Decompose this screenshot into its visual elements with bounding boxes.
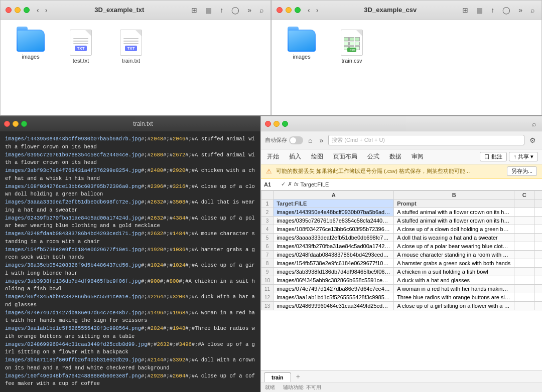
- cell-d[interactable]: [534, 234, 542, 242]
- cell-file[interactable]: images/074e7497d1427dba86e97d64c7ce48b7.…: [274, 285, 394, 293]
- table-row[interactable]: 8images/154fb5738e2e9fc6184e0629677f10e1…: [261, 259, 543, 268]
- cell-c[interactable]: [514, 293, 534, 302]
- table-row[interactable]: 6images/02439fb270fba31ae84c5ad00a17424d…: [261, 242, 543, 251]
- col-header-D[interactable]: D: [534, 191, 542, 200]
- cell-file[interactable]: images/3ab3938fd136db7d4df98465fbc9f06f.…: [274, 268, 394, 276]
- file-item-images-right[interactable]: images: [282, 30, 322, 64]
- sort-icon-left[interactable]: ▦: [203, 5, 214, 15]
- more-icon-right[interactable]: »: [516, 5, 524, 15]
- header-file[interactable]: Target:FILE: [274, 200, 394, 208]
- ss-minimize-button[interactable]: [274, 121, 280, 127]
- ribbon-review[interactable]: 审阅: [410, 151, 426, 162]
- cell-d[interactable]: [534, 293, 542, 302]
- header-prompt[interactable]: Prompt: [394, 200, 514, 208]
- table-row[interactable]: 13images/0248699960464c31caa3449fd25cdb8…: [261, 302, 543, 310]
- cell-c[interactable]: [514, 208, 534, 217]
- cell-file[interactable]: images/0248fdaab084383786b4bd4293ced171.…: [274, 251, 394, 259]
- cell-prompt[interactable]: A hamster grabs a green sock with both h…: [394, 259, 514, 268]
- ss-search-icon[interactable]: ⌕: [530, 119, 538, 129]
- cell-d[interactable]: [534, 217, 542, 225]
- table-row[interactable]: 5images/3aaaa333deaf2efb51dbe0db698fc72e…: [261, 234, 543, 242]
- ribbon-draw[interactable]: 绘图: [309, 151, 325, 162]
- cell-prompt[interactable]: A close up of a girl sitting on a flower…: [394, 302, 514, 310]
- cell-c[interactable]: [514, 302, 534, 310]
- cell-prompt[interactable]: A duck with a hat and glasses: [394, 276, 514, 285]
- back-button-left[interactable]: ‹: [35, 5, 41, 15]
- view-icon-left[interactable]: ⊞: [189, 5, 199, 15]
- editor-content[interactable]: images/1443950e4a48bcff0930b07ba5b6ad7b.…: [0, 131, 260, 392]
- cell-d[interactable]: [534, 251, 542, 259]
- cell-c[interactable]: [514, 268, 534, 276]
- col-header-A[interactable]: A: [274, 191, 394, 200]
- more-icon-left[interactable]: »: [245, 5, 253, 15]
- cell-c[interactable]: [514, 242, 534, 251]
- cell-file[interactable]: images/108f034276ce13bb6c603f95b72396a0.…: [274, 225, 394, 234]
- table-row[interactable]: 9images/3ab3938fd136db7d4df98465fbc9f06f…: [261, 268, 543, 276]
- ribbon-share-btn[interactable]: ↑ 共享 ▾: [509, 152, 538, 161]
- cell-prompt[interactable]: A woman in a red hat with her hands maki…: [394, 285, 514, 293]
- cell-prompt[interactable]: Three blue radios with orange buttons ar…: [394, 293, 514, 302]
- cell-prompt[interactable]: A stuffed animal with a flower crown on …: [394, 217, 514, 225]
- cell-file[interactable]: images/3aa1ab1bd1c5f5265555428f3c998564.…: [274, 293, 394, 302]
- ss-table-wrap[interactable]: A B C D E F 1 Target:FILE Prompt: [261, 190, 542, 370]
- ss-home-icon[interactable]: ⌂: [306, 135, 314, 145]
- cell-file[interactable]: images/3aaaa333deaf2efb51dbe0db698fc72e.…: [274, 234, 394, 242]
- table-row[interactable]: 3images/0395c726761b67e8354c58cfa24404ce…: [261, 217, 543, 225]
- file-item-test-txt[interactable]: TXT test.txt: [61, 30, 101, 64]
- minimize-button-right[interactable]: [286, 7, 292, 13]
- minimize-button-left[interactable]: [15, 7, 21, 13]
- cell-c[interactable]: [514, 259, 534, 268]
- action-icon-right[interactable]: ↑: [489, 5, 496, 15]
- ribbon-start[interactable]: 开始: [265, 151, 281, 162]
- back-button-right[interactable]: ‹: [306, 5, 312, 15]
- cell-d[interactable]: [534, 208, 542, 217]
- ss-maximize-button[interactable]: [282, 121, 288, 127]
- formula-x-icon[interactable]: ✗: [288, 181, 292, 187]
- table-row[interactable]: 12images/3aa1ab1bd1c5f5265555428f3c99856…: [261, 293, 543, 302]
- formula-check-icon[interactable]: ✓: [281, 181, 286, 187]
- table-row[interactable]: 7images/0248fdaab084383786b4bd4293ced171…: [261, 251, 543, 259]
- cell-file[interactable]: images/06f4345abb9c382866b658c5591cea1e.…: [274, 276, 394, 285]
- search-icon-left[interactable]: ⌕: [257, 5, 265, 15]
- ss-more-icon[interactable]: »: [317, 135, 325, 145]
- file-item-train-txt[interactable]: TXT train.txt: [111, 30, 151, 64]
- editor-close-button[interactable]: [4, 121, 10, 127]
- ribbon-formula[interactable]: 公式: [365, 151, 381, 162]
- cell-prompt[interactable]: A chicken in a suit holding a fish bowl: [394, 268, 514, 276]
- formula-fx-icon[interactable]: fx: [294, 181, 299, 187]
- action-icon-left[interactable]: ↑: [218, 5, 225, 15]
- ribbon-layout[interactable]: 页面布局: [331, 151, 359, 162]
- cell-prompt[interactable]: A close up of a polar bear wearing blue …: [394, 242, 514, 251]
- cell-c[interactable]: [514, 234, 534, 242]
- cell-file[interactable]: images/0248699960464c31caa3449fd25cdb8d9…: [274, 302, 394, 310]
- col-header-C[interactable]: C: [514, 191, 534, 200]
- cell-d[interactable]: [534, 276, 542, 285]
- bookmark-icon-left[interactable]: ◯: [229, 5, 241, 15]
- view-icon-right[interactable]: ⊞: [460, 5, 470, 15]
- search-icon-right[interactable]: ⌕: [528, 5, 536, 15]
- cell-file[interactable]: images/0395c726761b67e8354c58cfa24404ce.…: [274, 217, 394, 225]
- table-row[interactable]: 11images/074e7497d1427dba86e97d64c7ce48b…: [261, 285, 543, 293]
- ribbon-data[interactable]: 数据: [387, 151, 403, 162]
- file-item-train-csv[interactable]: .csv train.csv: [332, 30, 372, 64]
- maximize-button-left[interactable]: [24, 7, 30, 13]
- table-row[interactable]: 4images/108f034276ce13bb6c603f95b72396a0…: [261, 225, 543, 234]
- ribbon-insert[interactable]: 插入: [287, 151, 303, 162]
- ss-settings-icon[interactable]: ⚙: [527, 135, 538, 145]
- cell-c[interactable]: [514, 251, 534, 259]
- editor-minimize-button[interactable]: [13, 121, 19, 127]
- cell-d[interactable]: [534, 259, 542, 268]
- ss-close-button[interactable]: [265, 121, 271, 127]
- cell-d[interactable]: [534, 302, 542, 310]
- ss-search-box[interactable]: 搜索 (Cmd + Ctrl + U): [328, 135, 524, 145]
- cell-c[interactable]: [514, 285, 534, 293]
- cell-c[interactable]: [514, 225, 534, 234]
- close-button-right[interactable]: [277, 7, 283, 13]
- close-button-left[interactable]: [6, 7, 12, 13]
- cell-d[interactable]: [534, 242, 542, 251]
- cell-file[interactable]: images/02439fb270fba31ae84c5ad00a17424d.…: [274, 242, 394, 251]
- cell-prompt[interactable]: A close up of a clown doll holding a gre…: [394, 225, 514, 234]
- ss-tab-add-button[interactable]: +: [292, 371, 304, 382]
- warning-save-button[interactable]: 另存为...: [507, 166, 537, 176]
- autosave-switch[interactable]: [289, 136, 303, 144]
